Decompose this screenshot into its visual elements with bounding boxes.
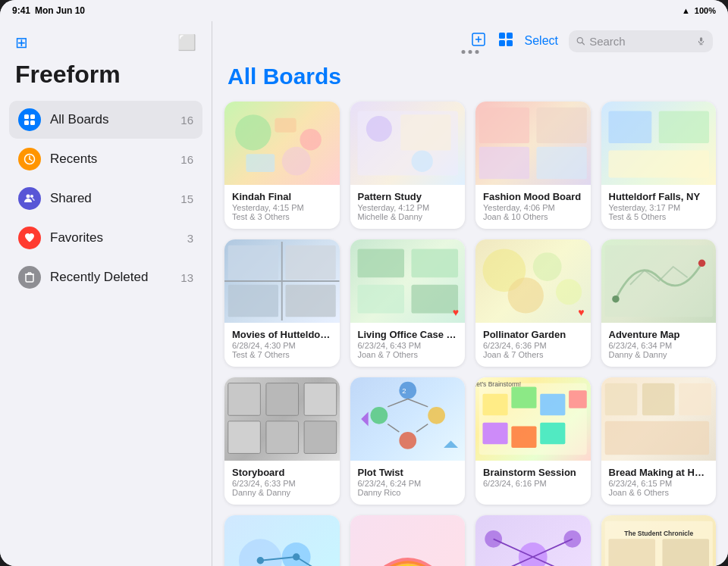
board-thumbnail [601, 377, 717, 461]
board-info: Living Office Case Study 6/23/24, 6:43 P… [350, 323, 466, 367]
svg-marker-75 [444, 440, 458, 447]
svg-rect-48 [357, 249, 404, 277]
board-info: Kindah Final Yesterday, 4:15 PM Test & 3… [224, 185, 340, 229]
svg-rect-44 [228, 285, 278, 317]
board-card[interactable]: Adventure Map 6/23/24, 6:34 PM Danny & D… [601, 239, 717, 367]
board-card[interactable] [350, 515, 466, 566]
board-name: Pattern Study [358, 191, 458, 202]
trash-icon [24, 271, 36, 283]
board-card[interactable] [475, 515, 591, 566]
board-info: Movies of Hutteldorf Fa... 6/28/24, 4:30… [224, 323, 340, 367]
board-name: Pollinator Garden [483, 329, 583, 340]
svg-point-96 [519, 543, 548, 566]
board-thumbnail [475, 515, 591, 566]
svg-point-30 [282, 147, 311, 176]
board-collab: Joan & 6 Others [609, 488, 709, 497]
sidebar-toggle-icon[interactable]: ⊞ [15, 33, 28, 52]
grid-view-button[interactable] [497, 31, 514, 52]
sidebar-item-shared[interactable]: Shared 15 [9, 180, 202, 217]
board-thumbnail [224, 515, 340, 566]
search-input[interactable] [589, 35, 692, 48]
sidebar: ⊞ ⬜ Freeform All Boards [0, 21, 212, 566]
board-collab: Danny Rico [358, 488, 458, 497]
dot-2 [469, 50, 472, 54]
svg-rect-39 [608, 111, 651, 143]
svg-rect-35 [479, 108, 529, 143]
svg-line-69 [388, 399, 408, 406]
board-card[interactable] [224, 515, 340, 566]
board-thumbnail [224, 239, 340, 323]
board-card[interactable]: Kindah Final Yesterday, 4:15 PM Test & 3… [224, 102, 340, 229]
svg-rect-107 [608, 539, 655, 566]
new-board-button[interactable] [470, 31, 487, 52]
board-card[interactable]: ♥ Living Office Case Study 6/23/24, 6:43… [350, 239, 466, 367]
board-date: Yesterday, 4:06 PM [483, 203, 583, 212]
board-info: Plot Twist 6/23/24, 6:24 PM Danny Rico [350, 461, 466, 505]
board-card[interactable]: The Student Chronicle The Student Chroni… [601, 515, 717, 566]
svg-point-54 [508, 277, 544, 313]
svg-rect-82 [511, 426, 536, 447]
board-name: Living Office Case Study [358, 329, 458, 340]
board-card[interactable]: ♥ Pollinator Garden 6/23/24, 6:36 PM Joa… [475, 239, 591, 367]
search-bar[interactable] [569, 30, 713, 52]
board-info: Brainstorm Session 6/23/24, 6:16 PM [475, 461, 591, 496]
app-content: ⊞ ⬜ Freeform All Boards [0, 21, 728, 566]
board-card[interactable]: Pattern Study Yesterday, 4:12 PM Michell… [350, 102, 466, 229]
board-date: 6/23/24, 6:34 PM [609, 341, 709, 350]
svg-rect-61 [304, 383, 337, 416]
select-button[interactable]: Select [525, 34, 558, 48]
board-thumbnail [350, 515, 466, 566]
svg-point-7 [27, 195, 30, 199]
svg-point-55 [556, 279, 582, 305]
svg-rect-29 [246, 154, 275, 172]
board-card[interactable]: Fashion Mood Board Yesterday, 4:06 PM Jo… [475, 102, 591, 229]
svg-rect-108 [662, 539, 709, 566]
grid-icon [24, 114, 36, 126]
svg-text:2: 2 [402, 386, 406, 395]
board-thumbnail: ♥ [350, 239, 466, 323]
sidebar-item-favorites[interactable]: Favorites 3 [9, 219, 202, 257]
dot-3 [475, 50, 479, 54]
sidebar-item-recents[interactable]: Recents 16 [9, 140, 202, 178]
board-name: Plot Twist [358, 467, 458, 478]
svg-text:The Student Chronicle: The Student Chronicle [624, 530, 693, 537]
svg-point-92 [257, 557, 264, 564]
status-bar-left: 9:41 Mon Jun 10 [12, 5, 85, 16]
battery-status: 100% [695, 6, 716, 15]
board-card[interactable]: Bread Making at Home 6/23/24, 6:15 PM Jo… [601, 377, 717, 505]
board-card[interactable]: Let's Brainstorm! Brainstorm Session 6/2… [475, 377, 591, 505]
board-card[interactable]: Storyboard 6/23/24, 6:33 PM Danny & Dann… [224, 377, 340, 505]
svg-rect-19 [499, 40, 505, 46]
heart-icon [24, 232, 36, 244]
board-thumbnail [475, 102, 591, 185]
board-thumbnail [224, 102, 340, 185]
dot-1 [462, 50, 466, 54]
boards-area: All Boards [212, 61, 728, 566]
toolbar-actions: Select [470, 30, 713, 52]
recents-count: 16 [180, 153, 193, 166]
svg-rect-64 [304, 421, 337, 454]
sidebar-item-recently-deleted[interactable]: Recently Deleted 13 [9, 258, 202, 296]
recently-deleted-icon [18, 266, 41, 289]
svg-rect-59 [228, 383, 261, 416]
sidebar-item-all-boards[interactable]: All Boards 16 [9, 101, 202, 139]
svg-rect-80 [569, 390, 587, 408]
shared-count: 15 [180, 192, 193, 205]
microphone-icon[interactable] [697, 36, 705, 46]
svg-point-34 [411, 150, 432, 171]
board-name: Fashion Mood Board [483, 191, 583, 202]
board-info: Pattern Study Yesterday, 4:12 PM Michell… [350, 185, 466, 229]
board-card[interactable]: Hutteldorf Falls, NY Yesterday, 3:17 PM … [601, 102, 717, 229]
board-date: 6/28/24, 4:30 PM [232, 341, 332, 350]
svg-rect-23 [700, 37, 702, 42]
board-thumbnail: ♥ [475, 239, 591, 323]
board-card[interactable]: 2 Plot Twist 6/23/24, 6:24 PM Danny Rico [350, 377, 466, 505]
svg-rect-50 [357, 285, 404, 314]
board-date: 6/23/24, 6:24 PM [358, 479, 458, 488]
status-bar-right: ▲ 100% [682, 6, 716, 15]
toolbar-dots [462, 50, 479, 54]
board-collab: Joan & 10 Others [483, 212, 583, 221]
board-card[interactable]: Movies of Hutteldorf Fa... 6/28/24, 4:30… [224, 239, 340, 367]
new-board-icon[interactable]: ⬜ [177, 33, 196, 52]
recents-label: Recents [50, 152, 171, 167]
